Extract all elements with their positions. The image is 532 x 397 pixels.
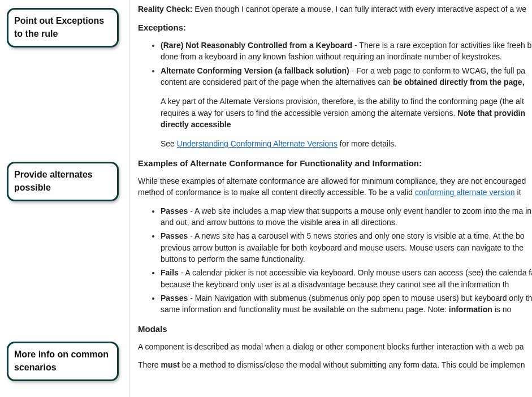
callout-alternates: Provide alternates possible <box>7 162 119 201</box>
pass-label-4: Passes <box>161 294 188 303</box>
exception-item-rare: (Rare) Not Reasonably Controlled from a … <box>161 40 532 63</box>
exception-item-alternate: Alternate Conforming Version (a fallback… <box>161 65 532 150</box>
examples-intro-b: it <box>515 188 521 197</box>
modals-para-2: There must be a method to dismiss/close … <box>138 359 532 370</box>
fail-label-3: Fails <box>161 268 179 277</box>
examples-heading: Examples of Alternate Conformance for Fu… <box>138 157 532 170</box>
exception-rare-label: (Rare) Not Reasonably Controlled from a … <box>161 41 352 50</box>
modals-p2-b: be a method to dismiss/close the modal w… <box>180 360 525 369</box>
exception-alt-see-line: See Understanding Conforming Alternate V… <box>161 138 532 149</box>
exception-alt-para2: A key part of the Alternate Versions pro… <box>161 96 532 130</box>
callout-common-scenarios: More info on common scenarios <box>7 342 119 381</box>
examples-list: Passes - A web site includes a map view … <box>138 205 532 316</box>
exception-alt-bold2: be obtained directly from the page, <box>393 77 525 87</box>
see-prefix: See <box>161 139 177 148</box>
example-2-text: - A news site has a carousel with 5 news… <box>161 231 525 264</box>
modals-heading: Modals <box>138 323 532 335</box>
pass-label-2: Passes <box>161 231 188 240</box>
exception-alt-label: Alternate Conforming Version (a fallback… <box>161 66 349 75</box>
callout-exceptions: Point out Exceptions to the rule <box>7 8 119 48</box>
link-conforming-alternate-version[interactable]: conforming alternate version <box>415 188 515 197</box>
modals-para-1: A component is described as modal when a… <box>138 341 532 352</box>
link-understanding-alternate-versions[interactable]: Understanding Conforming Alternate Versi… <box>177 139 338 148</box>
example-4-text-b: is no <box>492 305 511 314</box>
vertical-divider <box>129 0 129 397</box>
modals-p2-bold: must <box>161 360 179 369</box>
modals-p2-a: There <box>138 360 161 369</box>
see-suffix: for more details. <box>338 139 396 148</box>
exceptions-heading: Exceptions: <box>138 21 532 34</box>
reality-check-text: Even though I cannot operate a mouse, I … <box>192 5 526 14</box>
main-content: Reality Check: Even though I cannot oper… <box>138 0 532 378</box>
reality-check-label: Reality Check: <box>138 5 192 14</box>
pass-label-1: Passes <box>161 206 188 215</box>
example-item-2: Passes - A news site has a carousel with… <box>161 230 532 265</box>
example-4-bold: information <box>449 305 492 314</box>
reality-check-line: Reality Check: Even though I cannot oper… <box>138 3 532 15</box>
example-item-3: Fails - A calendar picker is not accessi… <box>161 267 532 290</box>
examples-intro: While these examples of alternate confor… <box>138 175 532 198</box>
exceptions-list: (Rare) Not Reasonably Controlled from a … <box>138 40 532 149</box>
example-item-1: Passes - A web site includes a map view … <box>161 205 532 228</box>
example-item-4: Passes - Main Navigation with submenus (… <box>161 292 532 316</box>
example-3-text: - A calendar picker is not accessible vi… <box>161 268 532 288</box>
example-1-text: - A web site includes a map view that su… <box>161 206 531 227</box>
